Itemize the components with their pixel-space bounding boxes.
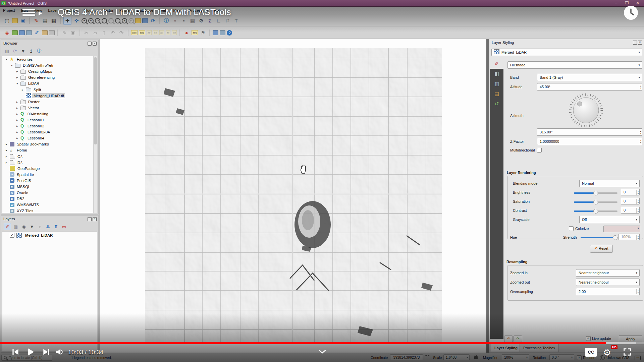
tree-item[interactable]: DB2 [2,196,97,202]
tree-item[interactable]: Merged_LiDAR.tif [2,93,97,99]
azimuth-dial[interactable] [568,92,604,129]
tree-item[interactable]: Georeferencing [2,74,97,80]
separator[interactable] [60,17,61,24]
filter-browser-icon[interactable]: ▼ [20,48,26,54]
label-move-icon[interactable]: ab [159,30,164,35]
manage-themes-icon[interactable]: ◉ [20,223,27,230]
open-project-icon[interactable] [12,18,18,23]
previous-button[interactable] [11,347,20,357]
tab-histogram[interactable]: ▥ [490,79,503,89]
tree-item[interactable]: Home [2,147,97,153]
attribute-table-icon[interactable]: ▦ [189,17,196,24]
multidirectional-checkbox[interactable] [537,148,542,153]
zoom-in-icon[interactable]: + [82,18,87,23]
tree-item[interactable]: WMS/WMTS [2,202,97,208]
zoomed-out-combo[interactable]: Nearest neighbour [576,279,640,286]
pin-labels-icon[interactable]: ⚑ [199,29,207,37]
undo-icon[interactable]: ↶ [109,29,116,37]
panel-splitter[interactable] [486,39,489,353]
tree-item[interactable]: GeoPackage [2,166,97,172]
separator[interactable] [79,29,80,36]
layer-diagram-icon[interactable]: abc [139,30,145,35]
tab-transparency[interactable]: ◧ [490,69,503,79]
zoom-to-selection-icon[interactable] [108,18,114,23]
add-mesh-layer-icon[interactable] [26,30,32,35]
contrast-slider[interactable] [574,210,618,212]
tree-item[interactable]: Split [2,86,97,93]
azimuth-spinbox[interactable]: 315.00° [537,128,642,136]
layer-name[interactable]: Merged_LiDAR [25,233,53,237]
copy-features-icon[interactable]: ▱ [92,29,99,37]
label-change-icon[interactable]: ab [172,30,177,35]
map-canvas[interactable] [99,39,487,353]
zoom-next-icon[interactable]: ▸ [128,18,134,23]
separator[interactable] [128,29,128,36]
toggle-editing-icon[interactable]: ✎ [61,29,68,37]
zoomed-in-combo[interactable]: Nearest neighbour [576,269,640,277]
brightness-spinbox[interactable]: 0 [621,189,640,195]
cut-features-icon[interactable]: ✂ [83,29,90,37]
label-highlight-icon[interactable]: ab [153,30,158,35]
layer-row[interactable]: Merged_LiDAR [2,232,97,239]
band-combo[interactable]: Band 1 (Gray) [537,74,642,81]
refresh-map-icon[interactable]: ⟳ [149,17,157,24]
new-virtual-layer-icon[interactable] [49,30,55,35]
zoom-native-icon[interactable]: 1:1 [95,18,100,23]
text-annotation-icon[interactable]: T [232,17,240,24]
identify-features-icon[interactable]: ⓘ [163,17,170,24]
blending-mode-combo[interactable]: Normal [579,180,640,187]
strength-spinbox[interactable]: 100% [619,234,640,240]
refresh-browser-icon[interactable]: ⟳ [12,48,18,54]
undock-panel-icon[interactable] [88,217,92,221]
tree-item[interactable]: Favorites [2,56,97,62]
tree-item[interactable]: Lesson02-04 [2,129,97,135]
style-undo-button[interactable]: ↶ [504,336,513,342]
pan-to-selection-icon[interactable]: ✜ [73,17,80,24]
volume-icon[interactable] [55,347,65,357]
tree-item[interactable]: XYZ Tiles [2,208,97,213]
new-shapefile-icon[interactable]: ✐ [33,29,41,37]
playlist-menu-icon[interactable] [22,9,42,16]
new-layout-icon[interactable]: ▤ [41,17,49,24]
render-type-combo[interactable]: Hillshade [507,61,642,69]
brightness-slider[interactable] [574,192,618,194]
label-pin-icon[interactable]: ab [147,30,152,35]
colorize-color-swatch[interactable] [603,226,640,232]
tree-item[interactable]: SpatiaLite [2,172,97,178]
properties-widget-icon[interactable]: ⓘ [36,48,43,54]
deselect-features-icon[interactable]: ▪ [180,17,187,24]
tree-item[interactable]: D:\GIS\AnthroYeti [2,62,97,68]
cc-button[interactable]: CC [585,348,597,357]
tree-item[interactable]: D:\ [2,160,97,166]
paste-features-icon[interactable]: ▯ [100,29,108,37]
label-rotate-icon[interactable]: ab [166,30,171,35]
new-geopackage-icon[interactable] [42,30,48,35]
tree-item[interactable]: C:\ [2,154,97,160]
new-bookmark-icon[interactable] [135,18,141,23]
select-features-icon[interactable]: ▫ [171,17,179,24]
tab-symbology[interactable]: ✐ [490,59,503,69]
live-update-checkbox[interactable] [586,336,591,341]
tree-item[interactable]: Lesson01 [2,117,97,123]
style-redo-button[interactable]: ↷ [514,336,522,342]
python-console-icon[interactable] [220,30,225,35]
tree-item[interactable]: Raster [2,99,97,105]
zfactor-spinbox[interactable]: 1.00000000 [537,138,642,145]
contrast-spinbox[interactable]: 0 [621,207,640,214]
tree-item[interactable]: Oracle [2,190,97,196]
video-progress-bar[interactable] [0,342,644,344]
close-panel-icon[interactable]: × [93,217,97,221]
tab-metadata[interactable]: ▤ [490,89,503,99]
statistical-summary-icon[interactable]: Σ [206,17,214,24]
measure-icon[interactable]: ∟ [215,17,222,24]
save-edits-icon[interactable]: ▣ [69,29,77,37]
processing-toolbox-icon[interactable]: ⚙ [198,17,205,24]
reset-button[interactable]: ↶ Reset [590,245,613,253]
undock-panel-icon[interactable] [633,41,637,45]
separator[interactable] [57,29,58,36]
add-raster-layer-icon[interactable] [19,30,25,35]
annotation-dot-icon[interactable]: ● [183,29,190,37]
fullscreen-button[interactable] [623,347,632,357]
tree-item[interactable]: CreatingMaps [2,68,97,74]
add-vector-layer-icon[interactable] [12,30,18,35]
